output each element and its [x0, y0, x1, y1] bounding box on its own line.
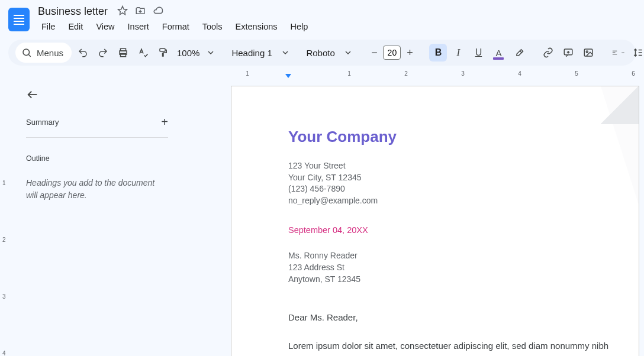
font-dropdown[interactable] — [342, 50, 355, 56]
sender-address[interactable]: 123 Your Street Your City, ST 12345 (123… — [288, 160, 582, 206]
toolbar: Menus 100% Heading 1 Roboto − + B I U A — [8, 40, 636, 66]
title-bar: Business letter File Edit View Insert Fo… — [0, 0, 644, 34]
outline-section-label: Outline — [26, 154, 185, 163]
align-button[interactable] — [609, 44, 627, 62]
undo-icon — [78, 47, 88, 58]
line-spacing-button[interactable] — [629, 44, 644, 62]
recipient-address[interactable]: Ms. Ronny Reader 123 Address St Anytown,… — [288, 250, 582, 285]
image-icon — [583, 47, 594, 58]
font-size-input[interactable] — [383, 46, 401, 60]
redo-button[interactable] — [94, 44, 112, 62]
menu-file[interactable]: File — [36, 20, 61, 34]
addr-line: Your City, ST 12345 — [288, 172, 582, 184]
highlighter-icon — [513, 47, 524, 58]
menu-edit[interactable]: Edit — [62, 20, 89, 34]
title-column: Business letter File Edit View Insert Fo… — [36, 5, 314, 34]
add-comment-button[interactable] — [559, 44, 577, 62]
font-size-increase[interactable]: + — [402, 45, 417, 60]
underline-icon: U — [475, 47, 482, 58]
addr-line: no_reply@example.com — [288, 195, 582, 207]
salutation[interactable]: Dear Ms. Reader, — [288, 312, 582, 322]
text-color-swatch — [493, 57, 504, 60]
star-icon[interactable] — [117, 5, 128, 18]
ruler-tick: 2 — [404, 70, 408, 77]
text-color-button[interactable]: A — [490, 44, 507, 62]
font-select[interactable]: Roboto — [304, 48, 339, 58]
addr-line: (123) 456-7890 — [288, 183, 582, 195]
horizontal-ruler[interactable]: 1 1 2 3 4 5 6 — [231, 70, 644, 81]
document-page[interactable]: Your Company 123 Your Street Your City, … — [231, 86, 639, 356]
addr-line: Ms. Ronny Reader — [288, 250, 582, 262]
letter-date[interactable]: September 04, 20XX — [288, 225, 582, 235]
spellcheck-button[interactable] — [134, 44, 152, 62]
outline-empty-hint: Headings you add to the document will ap… — [26, 177, 168, 202]
ruler-tick: 4 — [518, 70, 521, 77]
chevron-down-icon — [345, 50, 351, 56]
ruler-tick: 1 — [246, 70, 249, 77]
ruler-tick: 3 — [2, 293, 6, 300]
menu-format[interactable]: Format — [156, 20, 195, 34]
paint-format-button[interactable] — [154, 44, 172, 62]
font-size-group: − + — [366, 45, 417, 60]
undo-button[interactable] — [74, 44, 92, 62]
arrow-left-icon — [26, 88, 39, 101]
spellcheck-icon — [138, 47, 149, 58]
styles-dropdown[interactable] — [279, 50, 292, 56]
page-corner-fold — [601, 86, 639, 124]
outline-panel: Summary + Outline Headings you add to th… — [17, 82, 194, 208]
svg-marker-0 — [118, 6, 127, 14]
menus-label: Menus — [37, 48, 63, 58]
svg-point-1 — [23, 49, 30, 56]
menu-help[interactable]: Help — [285, 20, 314, 34]
highlight-button[interactable] — [510, 44, 527, 62]
text-color-icon: A — [495, 48, 501, 58]
menu-bar: File Edit View Insert Format Tools Exten… — [36, 20, 314, 34]
doc-name-row: Business letter — [36, 5, 314, 18]
title-actions — [117, 5, 163, 18]
zoom-select[interactable]: 100% — [175, 48, 202, 58]
search-menus-button[interactable]: Menus — [15, 43, 72, 63]
move-icon[interactable] — [135, 5, 146, 18]
link-icon — [543, 47, 553, 58]
styles-select[interactable]: Heading 1 — [229, 48, 276, 58]
menu-tools[interactable]: Tools — [197, 20, 228, 34]
app-shell: Business letter File Edit View Insert Fo… — [0, 0, 644, 356]
page-scroll-area[interactable]: Your Company 123 Your Street Your City, … — [231, 82, 644, 356]
doc-title[interactable]: Business letter — [36, 5, 110, 18]
bold-button[interactable]: B — [429, 44, 447, 62]
ruler-tick: 6 — [632, 70, 635, 77]
redo-icon — [98, 47, 108, 58]
ruler-tick: 1 — [2, 180, 6, 186]
print-icon — [118, 47, 128, 58]
letter-body[interactable]: Lorem ipsum dolor sit amet, consectetuer… — [288, 338, 632, 356]
line-spacing-icon — [633, 47, 643, 58]
doc-company-heading[interactable]: Your Company — [288, 128, 582, 146]
vertical-ruler[interactable]: 1 2 3 4 — [0, 82, 13, 356]
ruler-tick: 2 — [2, 237, 6, 243]
close-outline-button[interactable] — [26, 88, 39, 101]
addr-line: 123 Your Street — [288, 160, 582, 172]
ruler-tick: 4 — [2, 350, 6, 357]
italic-button[interactable]: I — [449, 44, 467, 62]
menu-extensions[interactable]: Extensions — [230, 20, 284, 34]
chevron-down-icon — [622, 47, 624, 58]
svg-point-11 — [587, 51, 588, 53]
addr-line: Anytown, ST 12345 — [288, 274, 582, 286]
zoom-dropdown[interactable] — [204, 50, 217, 56]
menu-insert[interactable]: Insert — [122, 20, 155, 34]
ruler-tick: 3 — [461, 70, 465, 77]
insert-image-button[interactable] — [579, 44, 597, 62]
docs-logo[interactable] — [8, 8, 30, 31]
cloud-status-icon[interactable] — [153, 5, 163, 18]
add-summary-button[interactable]: + — [161, 115, 168, 129]
print-button[interactable] — [114, 44, 132, 62]
ruler-tick: 1 — [347, 70, 351, 77]
menu-view[interactable]: View — [90, 20, 120, 34]
search-icon — [21, 47, 32, 58]
underline-button[interactable]: U — [469, 44, 487, 62]
workspace: 1 1 2 3 4 5 6 1 2 3 4 Summary + Outline — [0, 70, 644, 356]
indent-marker[interactable] — [285, 74, 291, 78]
insert-link-button[interactable] — [539, 44, 557, 62]
chevron-down-icon — [282, 50, 288, 56]
font-size-decrease[interactable]: − — [366, 45, 382, 60]
